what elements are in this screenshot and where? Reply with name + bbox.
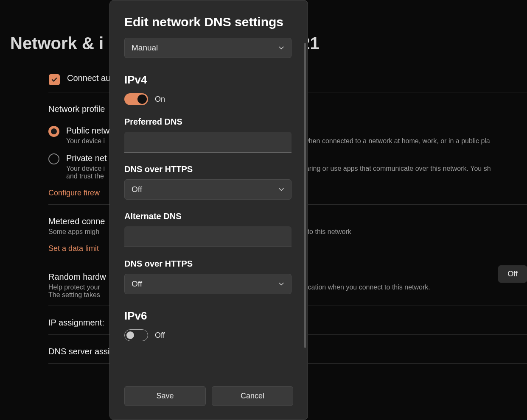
preferred-dns-label: Preferred DNS xyxy=(124,117,292,127)
configure-firewall-link[interactable]: Configure firew xyxy=(48,189,100,197)
doh-preferred-label: DNS over HTTPS xyxy=(124,164,292,174)
ipv4-heading: IPv4 xyxy=(124,73,292,86)
preferred-dns-input[interactable] xyxy=(124,132,292,153)
ipv4-toggle-label: On xyxy=(155,95,165,104)
dialog-scrollbar[interactable] xyxy=(304,43,306,348)
connect-auto-checkbox[interactable] xyxy=(49,74,60,85)
chevron-down-icon xyxy=(278,45,284,51)
doh-alternate-label: DNS over HTTPS xyxy=(124,259,292,269)
dialog-footer: Save Cancel xyxy=(110,378,308,420)
doh-preferred-dropdown[interactable]: Off xyxy=(124,179,292,200)
save-button[interactable]: Save xyxy=(124,386,206,406)
edit-dns-dialog: Edit network DNS settings Manual IPv4 On… xyxy=(109,0,308,420)
private-network-radio[interactable] xyxy=(48,153,59,164)
cancel-button[interactable]: Cancel xyxy=(212,386,293,406)
ipv6-heading: IPv6 xyxy=(124,309,292,323)
doh-alternate-dropdown[interactable]: Off xyxy=(124,274,292,294)
ipv6-toggle-label: Off xyxy=(155,331,165,340)
ipv4-toggle[interactable] xyxy=(124,93,148,105)
random-hw-dropdown[interactable]: Off xyxy=(498,265,527,283)
dns-mode-dropdown[interactable]: Manual xyxy=(124,38,292,58)
dialog-title: Edit network DNS settings xyxy=(124,15,292,29)
chevron-down-icon xyxy=(278,281,284,287)
alternate-dns-input[interactable] xyxy=(124,226,292,247)
public-network-radio[interactable] xyxy=(48,126,59,137)
chevron-down-icon xyxy=(278,186,284,192)
alternate-dns-label: Alternate DNS xyxy=(124,211,292,221)
set-data-limit-link[interactable]: Set a data limit xyxy=(48,244,99,253)
ipv6-toggle[interactable] xyxy=(124,329,148,341)
